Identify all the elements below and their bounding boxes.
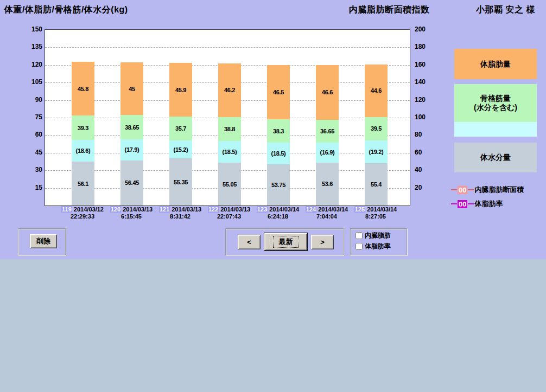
bar-segment-muscle-water: (15.2) — [169, 140, 192, 158]
bar-segment-muscle-water: (18.6) — [72, 140, 94, 162]
measurement-id-badge: 121 — [159, 206, 170, 213]
legend-muscle-water-strip — [454, 122, 537, 137]
right-axis-title: 内臓脂肪断面積指数 — [349, 4, 430, 16]
visceral-badge: 00 — [458, 186, 467, 194]
chart-plot-area: 56.1(18.6)39.345.856.45(17.9)38.654555.3… — [45, 29, 410, 206]
y-axis-left-tick: 150 — [24, 25, 42, 33]
fatpct-dash-icon — [468, 203, 474, 204]
fatpct-checkbox[interactable] — [355, 243, 363, 250]
prev-button[interactable]: < — [238, 235, 261, 249]
y-axis-left-tick: 135 — [24, 43, 42, 50]
bar-segment-fat: 46.6 — [316, 65, 339, 120]
y-axis-right-tick: 40 — [415, 166, 422, 173]
y-axis-right-tick: 140 — [415, 78, 426, 86]
bar-segment-water: 56.1 — [72, 162, 94, 205]
legend-fatpct-label: 体脂肪率 — [474, 199, 503, 209]
bar-segment-muscle: 39.3 — [72, 115, 94, 140]
bar-segment-muscle-water: (19.2) — [365, 140, 388, 163]
y-axis-right-tick: 100 — [415, 113, 426, 121]
fatpct-dash-icon — [451, 203, 457, 204]
y-axis-left-tick: 15 — [24, 184, 42, 191]
bar-segment-water: 53.75 — [267, 164, 290, 205]
legend-fat-box: 体脂肪量 — [454, 49, 537, 79]
measurement-id-badge: 122 — [208, 206, 219, 213]
legend-muscle-label-1: 骨格筋量 — [480, 94, 511, 103]
bar-segment-muscle-water: (18.5) — [267, 143, 290, 164]
y-axis-right-tick: 60 — [415, 149, 422, 156]
y-axis-right-tick: 160 — [415, 61, 426, 68]
bar-segment-water: 56.45 — [120, 160, 143, 205]
y-axis-left-tick: 120 — [24, 61, 42, 68]
chart-section: 体重/体脂肪/骨格筋/体水分(kg) 内臓脂肪断面積指数 小那覇 安之 様 56… — [0, 0, 546, 259]
gridline — [45, 47, 410, 48]
measurement-id-badge: 124 — [306, 206, 316, 213]
bar-segment-fat: 45.8 — [72, 62, 94, 115]
measurement-id-badge: 119 — [61, 206, 72, 213]
bar-segment-water: 55.35 — [169, 158, 192, 205]
legend-water-box: 体水分量 — [454, 143, 537, 172]
fatpct-checkbox-row[interactable]: 体脂肪率 — [355, 242, 391, 251]
visceral-dash-icon — [451, 189, 457, 190]
page-title: 体重/体脂肪/骨格筋/体水分(kg) — [4, 4, 128, 16]
latest-button[interactable]: 最新 — [264, 233, 307, 250]
visceral-dash-icon — [468, 189, 474, 190]
bar-segment-muscle-water: (18.5) — [218, 141, 241, 163]
bar-segment-fat: 46.5 — [267, 65, 290, 119]
y-axis-right-tick: 180 — [415, 43, 426, 50]
legend-muscle-label-2: (水分を含む) — [474, 103, 517, 112]
bar-segment-fat: 44.6 — [365, 65, 388, 117]
legend-fatpct-line: 00 体脂肪率 — [450, 199, 503, 209]
legend-water-label: 体水分量 — [480, 153, 511, 162]
bar-segment-muscle: 38.8 — [218, 117, 241, 141]
x-axis-label: 125 2014/03/148:27:05 — [345, 206, 406, 220]
y-axis-left-tick: 30 — [24, 166, 42, 173]
visceral-checkbox[interactable] — [355, 232, 363, 239]
legend-muscle-box: 骨格筋量 (水分を含む) — [454, 84, 537, 122]
y-axis-left-tick: 90 — [24, 96, 42, 104]
measurement-id-badge: 125 — [354, 206, 365, 213]
y-axis-left-tick: 60 — [24, 131, 42, 138]
legend-visceral-line: 00 内臓脂肪断面積 — [450, 185, 524, 195]
visceral-checkbox-label: 内臓脂肪 — [365, 231, 391, 240]
bar-segment-muscle: 39.5 — [365, 117, 388, 141]
next-button[interactable]: > — [311, 235, 334, 249]
y-axis-left-tick: 45 — [24, 149, 42, 156]
legend-fat-label: 体脂肪量 — [480, 60, 511, 69]
bar-segment-fat: 46.2 — [218, 63, 241, 118]
bar-segment-fat: 45 — [120, 62, 143, 115]
fatpct-checkbox-label: 体脂肪率 — [365, 242, 391, 251]
bar-segment-muscle: 38.3 — [267, 119, 290, 143]
measurement-id-badge: 123 — [257, 206, 268, 213]
bar-segment-water: 55.05 — [218, 163, 241, 205]
delete-button[interactable]: 削除 — [30, 234, 57, 248]
bar-segment-muscle: 36.65 — [316, 120, 339, 143]
bar-segment-muscle: 38.65 — [120, 115, 143, 139]
y-axis-left-tick: 75 — [24, 113, 42, 121]
bar-segment-water: 55.4 — [365, 163, 388, 205]
y-axis-right-tick: 80 — [415, 131, 422, 138]
patient-name: 小那覇 安之 様 — [476, 4, 535, 16]
bar-segment-water: 53.6 — [316, 163, 339, 205]
bar-segment-fat: 45.9 — [169, 63, 192, 117]
bar-segment-muscle-water: (16.9) — [316, 143, 339, 163]
y-axis-left-tick: 105 — [24, 78, 42, 86]
fatpct-badge: 00 — [458, 200, 467, 208]
visceral-checkbox-row[interactable]: 内臓脂肪 — [355, 231, 391, 240]
bar-segment-muscle-water: (17.9) — [120, 139, 143, 160]
table-section: 測定回数119120121122123124125測 定 日2014/03/12… — [0, 259, 546, 392]
y-axis-right-tick: 200 — [415, 25, 426, 33]
measurement-id-badge: 120 — [110, 206, 121, 213]
latest-button-label: 最新 — [273, 236, 299, 248]
legend-visceral-label: 内臓脂肪断面積 — [474, 185, 524, 195]
y-axis-right-tick: 20 — [415, 184, 422, 191]
y-axis-right-tick: 120 — [415, 96, 426, 104]
bar-segment-muscle: 35.7 — [169, 117, 192, 140]
